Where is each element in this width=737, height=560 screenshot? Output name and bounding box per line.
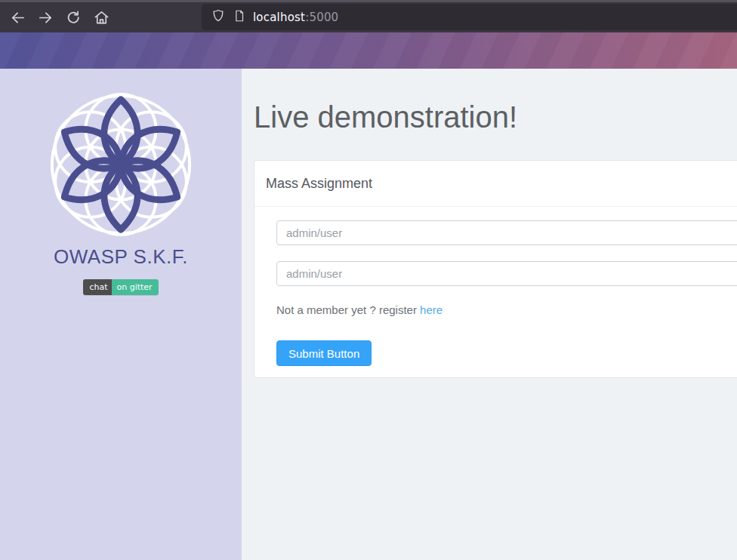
card-body: Not a member yet ? register here Submit … (254, 207, 737, 377)
url-host: localhost (253, 11, 305, 24)
register-here-link[interactable]: here (420, 303, 443, 316)
badge-chat-label: chat (83, 279, 112, 295)
browser-toolbar: localhost:5000 (0, 0, 737, 32)
username-input-1[interactable] (276, 220, 737, 245)
username-input-2[interactable] (276, 261, 737, 286)
owasp-skf-logo (47, 91, 195, 238)
main-content: Live demonstration! Mass Assignment Not … (242, 69, 737, 560)
badge-on-gitter-label: on gitter (112, 279, 158, 295)
gitter-chat-badge[interactable]: chat on gitter (83, 279, 158, 295)
register-row: Not a member yet ? register here (276, 303, 737, 316)
back-button[interactable] (6, 6, 29, 29)
reload-icon (65, 9, 82, 26)
reload-button[interactable] (62, 6, 85, 29)
submit-button[interactable]: Submit Button (276, 340, 372, 366)
mass-assignment-card: Mass Assignment Not a member yet ? regis… (254, 160, 737, 378)
shield-icon[interactable] (211, 8, 226, 26)
browser-nav-buttons (6, 2, 113, 32)
sidebar: OWASP S.K.F. chat on gitter (0, 69, 242, 560)
page-body: OWASP S.K.F. chat on gitter Live demonst… (0, 69, 737, 560)
page-title: Live demonstration! (254, 100, 737, 135)
home-button[interactable] (90, 6, 113, 29)
forward-arrow-icon (37, 9, 54, 26)
logo-title: OWASP S.K.F. (0, 245, 242, 269)
url-text: localhost:5000 (253, 11, 338, 24)
register-text: Not a member yet ? register (276, 303, 420, 316)
url-port: :5000 (305, 11, 338, 24)
card-title: Mass Assignment (254, 161, 737, 207)
page-info-icon[interactable] (233, 9, 246, 26)
back-arrow-icon (9, 9, 26, 26)
url-bar[interactable]: localhost:5000 (202, 4, 737, 30)
gradient-banner (0, 32, 737, 69)
forward-button[interactable] (34, 6, 57, 29)
home-icon (93, 9, 110, 26)
